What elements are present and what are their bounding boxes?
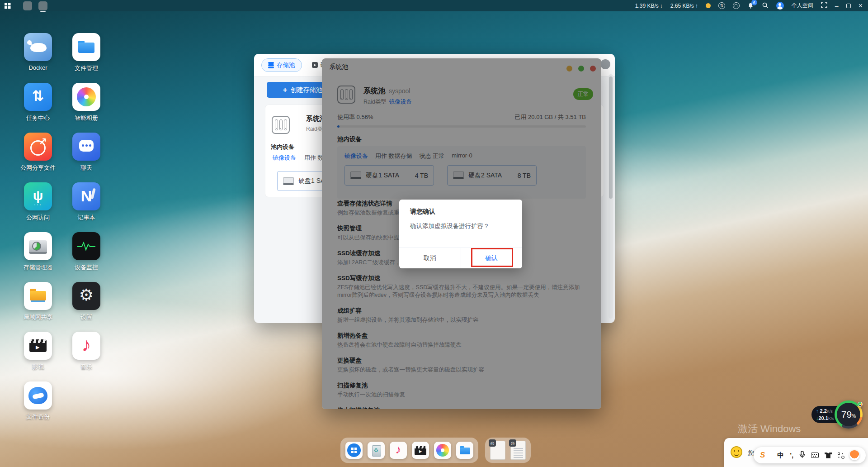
clapperboard-icon — [24, 332, 52, 360]
cloud-backup-icon — [24, 381, 52, 410]
disk-icon — [312, 62, 318, 68]
chinese-mode-icon[interactable]: 中 — [777, 451, 784, 460]
network-folder-icon — [24, 282, 52, 310]
cancel-button[interactable]: 取消 — [399, 248, 461, 268]
desktop-icon-task-center[interactable]: 任务中心 — [14, 83, 62, 122]
desktop-icon-music[interactable]: 音乐 — [62, 332, 111, 371]
confirm-footer: 取消 确认 — [399, 248, 522, 268]
ok-button[interactable]: 确认 — [461, 248, 523, 268]
video-icon[interactable] — [412, 442, 429, 459]
minimize-button[interactable]: – — [835, 3, 839, 9]
taskbar-app-2-icon[interactable] — [38, 1, 47, 10]
desktop-icon-movies[interactable]: 影视 — [14, 332, 62, 371]
database-icon — [268, 62, 274, 64]
mirror-tag: 镜像设备 — [273, 154, 296, 162]
chat-bubble-icon — [72, 133, 100, 161]
network-upload-speed: 2.65 KB/s↑ — [670, 3, 698, 9]
sync-icon[interactable]: ⇅ — [718, 2, 725, 9]
desktop-icon-chat[interactable]: 聊天 — [62, 133, 111, 172]
emoji-badge-icon[interactable] — [849, 450, 859, 460]
taskbar-app-1-icon[interactable] — [23, 1, 32, 10]
share-arrow-icon — [24, 133, 52, 161]
status-dot-icon[interactable] — [706, 3, 711, 8]
gear-icon — [72, 282, 100, 310]
desktop-icon-public-access[interactable]: 公网访问 — [14, 182, 62, 222]
dock-windows-group: ◎ ◎ — [485, 438, 531, 463]
confirm-dialog: 请您确认 确认添加虚拟设备进行扩容？ 取消 确认 — [399, 200, 522, 268]
app-badge-icon: ◎ — [489, 439, 496, 447]
desktop-icon-smart-album[interactable]: 智能相册 — [62, 83, 111, 122]
close-button[interactable]: × — [859, 2, 863, 10]
proxy-icon[interactable] — [733, 2, 740, 9]
disk-icon — [283, 177, 294, 185]
app-launcher-icon[interactable] — [345, 442, 363, 459]
taskbar: 1.39 KB/s↓ 2.65 KB/s↑ ⇅ 6 个人空间 – × — [0, 0, 868, 11]
confirm-message: 确认添加虚拟设备进行扩容？ — [410, 222, 490, 230]
window-refresh-button[interactable] — [600, 59, 610, 69]
docker-whale-icon — [24, 33, 52, 61]
app-badge-icon: ◎ — [509, 439, 516, 447]
desktop-icon-settings[interactable]: 设置 — [62, 282, 111, 321]
notifications-bell-icon[interactable]: 6 — [747, 2, 754, 9]
window-thumbnail-2[interactable]: ◎ — [510, 441, 526, 460]
skin-icon[interactable] — [825, 453, 832, 458]
tab-storage-pool[interactable]: 存储池 — [261, 58, 302, 72]
flower-icon — [72, 83, 100, 111]
desktop-icon-device-monitor[interactable]: 设备监控 — [62, 232, 111, 272]
start-menu-icon[interactable] — [5, 3, 10, 9]
trash-icon[interactable] — [368, 442, 385, 459]
microphone-icon[interactable] — [799, 451, 805, 460]
dock: ◎ ◎ — [340, 438, 531, 463]
desktop-icon-file-backup[interactable]: 文件备份 — [14, 381, 62, 421]
photos-icon[interactable] — [434, 442, 451, 459]
dock-apps-group — [340, 438, 478, 463]
notes-icon — [72, 182, 100, 210]
screen: 1.39 KB/s↓ 2.65 KB/s↑ ⇅ 6 个人空间 – × Docke… — [0, 0, 868, 467]
network-download-speed: 1.39 KB/s↓ — [635, 3, 663, 9]
desktop-icon-file-manager[interactable]: 文件管理 — [62, 33, 111, 72]
keyboard-icon[interactable] — [811, 453, 819, 458]
user-avatar[interactable] — [776, 2, 784, 10]
ime-toolbar: S 中 ’, — [754, 447, 866, 463]
desktop-icon-storage-manager[interactable]: 存储管理器 — [14, 232, 62, 272]
music-icon[interactable] — [390, 442, 407, 459]
user-space-label[interactable]: 个人空间 — [792, 2, 813, 10]
notification-badge: 6 — [751, 0, 757, 5]
desktop-icon-notes[interactable]: 记事本 — [62, 182, 111, 222]
punctuation-icon[interactable]: ’, — [790, 452, 793, 459]
arrows-icon — [24, 83, 52, 111]
fullscreen-icon[interactable] — [821, 2, 827, 10]
desktop-icon-public-share[interactable]: 公网分享文件 — [14, 133, 62, 172]
hdd-icon — [24, 232, 52, 260]
sogou-logo-icon[interactable]: S — [760, 451, 765, 460]
folder-icon — [72, 33, 100, 61]
confirm-title: 请您确认 — [410, 208, 435, 216]
search-icon[interactable] — [762, 2, 769, 10]
smiley-icon — [731, 446, 742, 458]
pool-array-icon — [272, 116, 290, 134]
window-scrollbar[interactable] — [609, 74, 613, 319]
desktop-icon-lan-share[interactable]: 局域网共享 — [14, 282, 62, 321]
music-note-icon — [72, 332, 100, 360]
ekg-icon — [72, 232, 100, 260]
files-icon[interactable] — [456, 442, 473, 459]
toolbox-icon[interactable] — [838, 453, 844, 458]
antenna-icon — [24, 182, 52, 210]
maximize-button[interactable] — [846, 4, 851, 8]
window-thumbnail-1[interactable]: ◎ — [490, 441, 505, 460]
desktop-icon-docker[interactable]: Docker — [14, 33, 62, 71]
